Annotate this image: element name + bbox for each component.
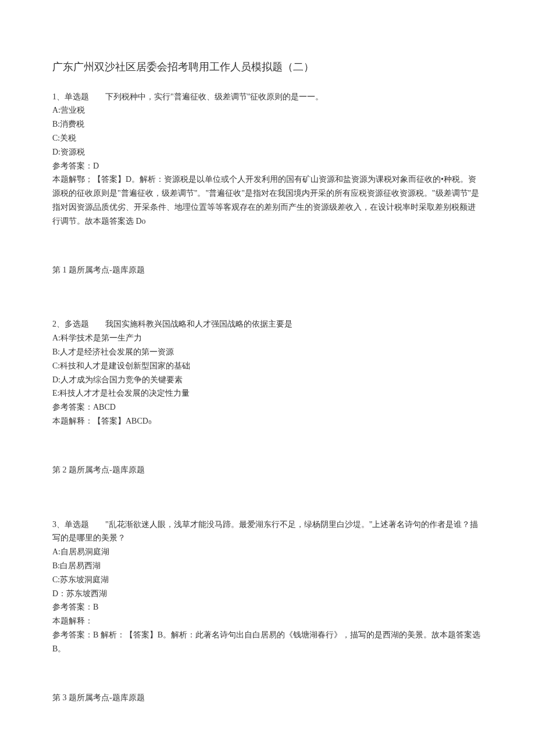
explanation: 参考答案：B 解析：【答案】B。解析：此著名诗句出自白居易的《钱塘湖春行》，描写… (52, 628, 483, 656)
explanation: 本题解释：【答案】ABCD₀ (52, 414, 483, 428)
question-1: 1、单选题 下列税种中，实行"普遍征收、级差调节"征收原则的是一一。 A:营业税… (52, 90, 483, 228)
option-e: E:科技人才才是社会发展的决定性力量 (52, 386, 483, 400)
question-2: 2、多选题 我国实施科教兴国战略和人才强国战略的依据主要是 A:科学技术是第一生… (52, 317, 483, 428)
option-d: D：苏东坡西湖 (52, 587, 483, 601)
option-b: B:消费税 (52, 117, 483, 131)
topic-reference-2: 第 2 题所属考点-题库原题 (52, 463, 483, 477)
question-stem: 2、多选题 我国实施科教兴国战略和人才强国战略的依据主要是 (52, 317, 483, 331)
option-a: A:科学技术是第一生产力 (52, 331, 483, 345)
option-a: A:自居易洞庭湖 (52, 545, 483, 559)
document-title: 广东广州双沙社区居委会招考聘用工作人员模拟题（二） (52, 58, 483, 76)
question-stem: 3、单选题 "乱花渐欲迷人眼，浅草才能没马蹄。最爱湖东行不足，绿杨阴里白沙堤。"… (52, 518, 483, 546)
option-c: C:关税 (52, 131, 483, 145)
answer-reference: 参考答案：B (52, 600, 483, 614)
option-d: D:人才成为综合国力竞争的关键要素 (52, 373, 483, 387)
option-a: A:营业税 (52, 103, 483, 117)
explanation-label: 本题解释： (52, 614, 483, 628)
question-3: 3、单选题 "乱花渐欲迷人眼，浅草才能没马蹄。最爱湖东行不足，绿杨阴里白沙堤。"… (52, 518, 483, 656)
topic-reference-3: 第 3 题所属考点-题库原题 (52, 691, 483, 705)
option-c: C:科技和人才是建设创新型国家的基础 (52, 359, 483, 373)
explanation: 本题解鄂；【答案】D。解析：资源税是以单位或个人开发利用的国有矿山资源和盐资源为… (52, 173, 483, 228)
option-c: C:苏东坡洞庭湖 (52, 573, 483, 587)
answer-reference: 参考答案：ABCD (52, 400, 483, 414)
option-d: D:资源税 (52, 145, 483, 159)
answer-reference: 参考答案：D (52, 159, 483, 173)
question-stem: 1、单选题 下列税种中，实行"普遍征收、级差调节"征收原则的是一一。 (52, 90, 483, 104)
option-b: B:白居易西湖 (52, 559, 483, 573)
option-b: B:人才是经济社会发展的第一资源 (52, 345, 483, 359)
topic-reference-1: 第 1 题所属考点-题库原题 (52, 263, 483, 277)
